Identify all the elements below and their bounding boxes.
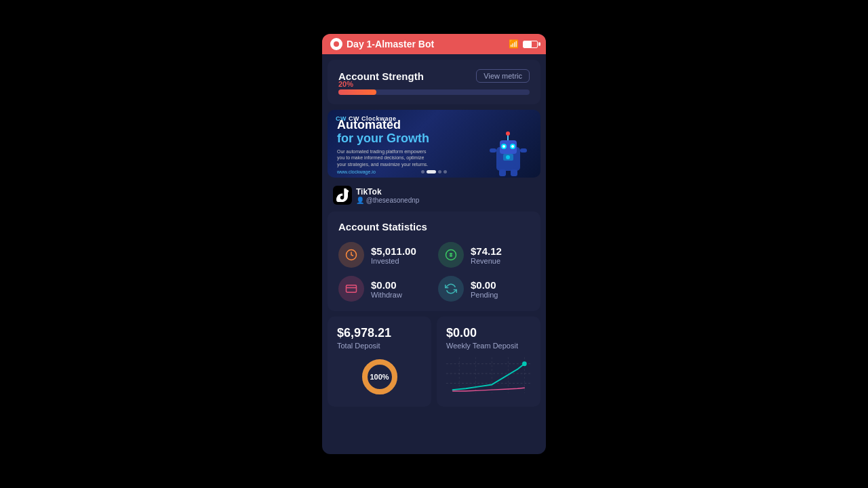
stat-label-invested: Invested [371,257,416,265]
dollar-icon [445,249,457,261]
line-chart-svg [446,357,531,394]
stat-value-pending: $0.00 [471,279,498,291]
wifi-icon: 📶 [509,39,519,49]
weekly-deposit-value: $0.00 [446,326,531,340]
clock-icon [345,249,357,261]
stats-card: Account Statistics $5,011.00 Invested [328,211,540,311]
stat-label-pending: Pending [471,291,498,299]
user-icon-small: 👤 [356,197,366,204]
stats-title: Account Statistics [338,221,530,232]
record-icon [330,38,342,50]
stat-item-pending: $0.00 Pending [438,276,530,302]
status-left: Day 1-Almaster Bot [330,38,434,50]
battery-fill [524,41,532,47]
phone-container: Day 1-Almaster Bot 📶 Account Strength Vi… [322,34,546,454]
total-deposit-label: Total Deposit [337,342,422,350]
weekly-deposit-label: Weekly Team Deposit [446,342,531,350]
stat-icon-revenue [438,242,464,268]
stat-item-revenue: $74.12 Revenue [438,242,530,268]
donut-label: 100% [370,373,389,381]
stat-item-invested: $5,011.00 Invested [338,242,430,268]
account-strength-card: Account Strength View metric 20% [328,60,540,104]
banner-desc: Our automated trading platform empowers … [337,148,432,168]
tiktok-info: TikTok 👤 @theseasonednp [356,187,419,204]
stat-info-invested: $5,011.00 Invested [371,245,416,265]
tiktok-badge: TikTok 👤 @theseasonednp [328,183,540,209]
svg-point-29 [522,361,527,366]
tiktok-app-name: TikTok [356,187,419,197]
strength-header: Account Strength View metric [338,69,530,83]
stat-info-revenue: $74.12 Revenue [471,245,502,265]
total-deposit-value: $6,978.21 [337,326,422,340]
stat-icon-withdraw [338,276,364,302]
status-title: Day 1-Almaster Bot [347,39,434,49]
stat-label-revenue: Revenue [471,257,502,265]
tiktok-username: 👤 @theseasonednp [356,197,419,204]
svg-rect-17 [347,285,357,293]
banner-ad[interactable]: CW CW Clockwage Automated for your Growt… [328,110,540,178]
stat-item-withdraw: $0.00 Withdraw [338,276,430,302]
banner-url: www.clockwage.io [337,169,531,174]
recycle-icon [445,283,457,295]
bottom-cards: $6,978.21 Total Deposit 100% $0.00 Weekl… [328,317,540,407]
scroll-content[interactable]: Account Strength View metric 20% CW CW C… [322,54,546,454]
progress-bar-fill [338,89,376,95]
total-deposit-card: $6,978.21 Total Deposit 100% [328,317,431,407]
banner-text-area: Automated for your Growth Our automated … [337,119,531,174]
stat-label-withdraw: Withdraw [371,291,402,299]
stat-value-revenue: $74.12 [471,245,502,257]
record-dot [334,41,339,47]
stat-info-pending: $0.00 Pending [471,279,498,299]
progress-bar-container: 20% [338,89,530,95]
stat-info-withdraw: $0.00 Withdraw [371,279,402,299]
battery-icon [523,41,538,48]
stat-icon-invested [338,242,364,268]
stat-value-invested: $5,011.00 [371,245,416,257]
stat-icon-pending [438,276,464,302]
donut-container: 100% [337,357,422,397]
banner-sub-text: for your Growth [337,132,531,146]
stat-value-withdraw: $0.00 [371,279,402,291]
mini-chart [446,357,531,394]
tiktok-logo-icon [336,188,349,202]
tiktok-icon [333,186,352,205]
banner-main-text: Automated [337,119,531,132]
status-right: 📶 [509,39,538,49]
progress-label: 20% [338,80,353,88]
card-icon [345,283,357,295]
status-bar: Day 1-Almaster Bot 📶 [322,34,546,54]
view-metric-button[interactable]: View metric [476,69,530,83]
weekly-team-deposit-card: $0.00 Weekly Team Deposit [437,317,540,407]
stats-grid: $5,011.00 Invested $74.12 Revenue [338,242,530,302]
